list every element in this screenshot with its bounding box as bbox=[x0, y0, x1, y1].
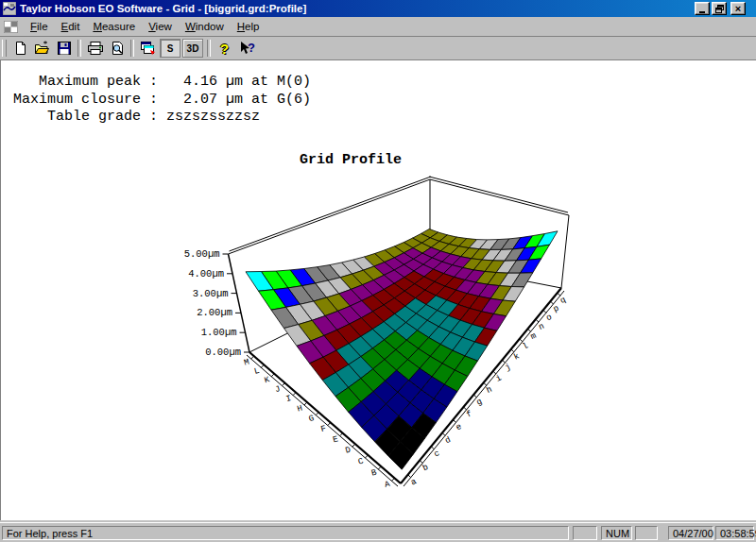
row-tick bbox=[261, 364, 264, 367]
app-window: Taylor Hobson EO Software - Grid - [bigg… bbox=[0, 0, 756, 542]
col-label: c bbox=[433, 449, 441, 459]
print-button[interactable] bbox=[84, 38, 106, 59]
help-question-icon: ? bbox=[220, 41, 229, 57]
toolbar: S 3D ? ? bbox=[0, 37, 756, 60]
row-tick bbox=[316, 413, 318, 415]
box-top-left-edge bbox=[229, 179, 431, 254]
col-label: o bbox=[544, 313, 553, 323]
row-tick bbox=[352, 444, 355, 447]
col-tick bbox=[473, 395, 476, 398]
window-title: Taylor Hobson EO Software - Grid - [bigg… bbox=[20, 3, 306, 14]
col-label: i bbox=[494, 373, 503, 383]
row-label: J bbox=[274, 384, 282, 395]
col-tick bbox=[550, 301, 553, 304]
menu-help[interactable]: Help bbox=[231, 19, 266, 34]
toolbar-separator bbox=[77, 40, 81, 57]
row-label: D bbox=[344, 446, 352, 456]
help-button[interactable]: ? bbox=[214, 38, 235, 59]
status-date: 04/27/00 bbox=[668, 526, 713, 540]
row-tick bbox=[304, 402, 307, 405]
col-label: l bbox=[521, 341, 529, 351]
row-tick bbox=[378, 466, 381, 469]
menu-file[interactable]: File bbox=[24, 19, 55, 34]
z-tick-label: 4.00µm bbox=[188, 268, 224, 279]
col-label: n bbox=[537, 322, 545, 332]
col-tick bbox=[408, 475, 411, 478]
new-document-icon bbox=[13, 41, 28, 56]
row-label: E bbox=[332, 434, 339, 445]
z-tick-label: 3.00µm bbox=[193, 288, 229, 299]
close-button[interactable]: × bbox=[730, 2, 746, 15]
col-tick bbox=[420, 460, 422, 463]
row-label: G bbox=[308, 414, 316, 424]
row-label: F bbox=[319, 424, 327, 434]
svg-text:?: ? bbox=[248, 41, 255, 55]
col-label: f bbox=[465, 409, 473, 419]
status-message: For Help, press F1 bbox=[7, 528, 93, 539]
col-label: b bbox=[421, 463, 430, 473]
title-bar: Taylor Hobson EO Software - Grid - [bigg… bbox=[0, 0, 756, 17]
context-help-icon: ? bbox=[238, 41, 255, 56]
surface-view-button[interactable]: S bbox=[160, 39, 180, 58]
3d-view-button[interactable]: 3D bbox=[182, 39, 203, 58]
restore-button[interactable] bbox=[712, 2, 727, 15]
col-tick bbox=[493, 371, 496, 374]
row-label: M bbox=[243, 358, 250, 368]
row-label: I bbox=[285, 394, 293, 404]
col-label: e bbox=[455, 422, 463, 432]
col-tick bbox=[464, 407, 467, 410]
col-tick bbox=[453, 419, 455, 422]
save-button[interactable] bbox=[53, 38, 75, 59]
new-button[interactable] bbox=[9, 38, 31, 59]
num-lock-indicator: NUM bbox=[601, 526, 632, 540]
box-top-right-edge2 bbox=[429, 177, 568, 212]
open-folder-icon bbox=[34, 41, 50, 56]
status-bar: For Help, press F1 NUM 04/27/00 03:58:59 bbox=[0, 522, 756, 542]
status-empty-panel bbox=[635, 526, 658, 540]
row-tick bbox=[271, 374, 274, 377]
box-top-left-edge2 bbox=[230, 177, 432, 251]
stacked-windows-icon bbox=[140, 41, 157, 56]
row-tick bbox=[251, 356, 254, 359]
col-tick bbox=[536, 319, 539, 322]
open-button[interactable] bbox=[31, 38, 53, 59]
box-top-right-edge bbox=[430, 179, 569, 215]
col-label: a bbox=[409, 477, 419, 488]
menu-window[interactable]: Window bbox=[179, 19, 231, 34]
z-tick-label: 5.00µm bbox=[184, 248, 220, 260]
row-tick bbox=[293, 393, 296, 396]
col-label: m bbox=[529, 331, 538, 342]
minimize-button[interactable] bbox=[695, 2, 710, 15]
row-label: B bbox=[370, 467, 378, 478]
menu-edit[interactable]: Edit bbox=[55, 19, 87, 34]
row-tick bbox=[365, 455, 368, 458]
toolbar-grip[interactable] bbox=[2, 40, 7, 57]
col-label: p bbox=[552, 304, 560, 314]
col-tick bbox=[431, 447, 434, 449]
col-label: k bbox=[512, 351, 521, 362]
window-controls: × bbox=[693, 2, 746, 15]
row-label: A bbox=[384, 480, 391, 490]
row-label: L bbox=[253, 366, 261, 377]
close-icon: × bbox=[735, 4, 741, 14]
document-icon bbox=[4, 21, 18, 33]
printer-icon bbox=[87, 41, 104, 56]
row-label: K bbox=[264, 375, 271, 385]
print-preview-button[interactable] bbox=[106, 38, 128, 59]
z-tick-label: 1.00µm bbox=[201, 327, 237, 338]
col-tick bbox=[543, 310, 546, 313]
row-tick bbox=[282, 383, 284, 386]
menu-view[interactable]: View bbox=[142, 19, 179, 34]
context-help-button[interactable]: ? bbox=[235, 38, 257, 59]
client-area: Maximum peak : 4.16 µm at M(0) Maximum c… bbox=[0, 60, 756, 520]
col-label: g bbox=[475, 397, 484, 407]
profile-windows-button[interactable] bbox=[137, 38, 159, 59]
menu-measure[interactable]: Measure bbox=[86, 19, 142, 34]
row-label: H bbox=[297, 404, 304, 415]
save-floppy-icon bbox=[57, 41, 72, 56]
row-tick bbox=[340, 433, 343, 436]
toolbar-separator bbox=[130, 40, 134, 57]
col-tick bbox=[520, 339, 523, 342]
status-message-panel: For Help, press F1 bbox=[2, 526, 569, 540]
menu-bar: File Edit Measure View Window Help × bbox=[0, 17, 756, 37]
